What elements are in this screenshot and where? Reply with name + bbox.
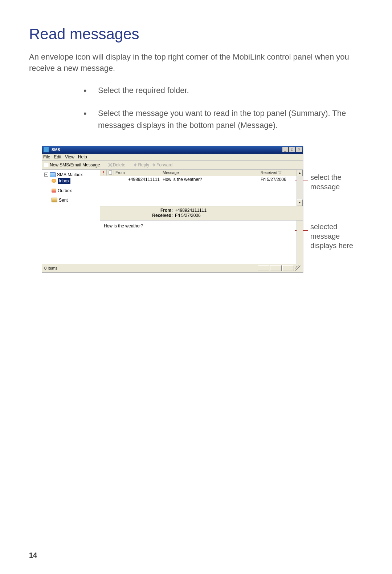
instruction-list: Select the required folder. Select the m… xyxy=(83,84,356,131)
sent-icon xyxy=(52,198,57,202)
status-cell xyxy=(270,265,282,271)
tree-root-node[interactable]: − SMS Mailbox xyxy=(44,172,98,178)
message-list-panel: From Message Received ▽ +498924111111 Ho xyxy=(100,170,303,206)
message-body-text: How is the weather? xyxy=(104,223,143,229)
window-titlebar[interactable]: SMS _ □ × xyxy=(42,146,303,154)
detail-received-label: Received: xyxy=(100,213,174,218)
envelope-icon xyxy=(44,163,49,167)
sort-desc-icon: ▽ xyxy=(278,170,281,175)
tree-inbox-node[interactable]: Inbox xyxy=(44,178,98,184)
callout-text-top: select the message xyxy=(310,173,354,191)
toolbar-new-label: New SMS/Email Message xyxy=(50,162,100,167)
attach-col-header[interactable] xyxy=(107,170,114,175)
window-maximize-button[interactable]: □ xyxy=(289,147,295,152)
tree-outbox-node[interactable]: Outbox xyxy=(44,188,98,194)
instruction-item: Select the message you want to read in t… xyxy=(83,107,356,131)
instruction-item: Select the required folder. xyxy=(83,84,356,96)
message-col-header[interactable]: Message xyxy=(161,170,259,175)
tree-root-label: SMS Mailbox xyxy=(57,172,83,177)
window-title: SMS xyxy=(50,147,282,152)
row-message: How is the weather? xyxy=(161,176,259,183)
message-row[interactable]: +498924111111 How is the weather? Fri 5/… xyxy=(100,176,303,183)
tree-inbox-label: Inbox xyxy=(58,178,70,184)
toolbar-separator xyxy=(104,162,104,168)
status-bar: 0 Items xyxy=(42,264,303,272)
row-from: +498924111111 xyxy=(114,176,161,183)
forward-icon xyxy=(151,162,156,167)
status-item-count: 0 Items xyxy=(44,266,57,270)
intro-paragraph: An envelope icon will display in the top… xyxy=(29,52,356,74)
tree-expander-icon[interactable]: − xyxy=(44,173,48,177)
message-detail-header: From: +498924111111 Received: Fri 5/27/2… xyxy=(100,206,303,221)
toolbar-delete: Delete xyxy=(108,162,126,167)
resize-grip-icon[interactable] xyxy=(295,266,301,271)
menu-edit[interactable]: Edit xyxy=(54,154,61,159)
row-received: Fri 5/27/2006 xyxy=(259,176,303,183)
reply-icon xyxy=(133,162,138,167)
tree-sent-node[interactable]: Sent xyxy=(44,197,98,203)
sms-window: SMS _ □ × File Edit View Help New SMS/Em… xyxy=(42,146,303,272)
toolbar-new-message[interactable]: New SMS/Email Message xyxy=(44,162,100,167)
toolbar-delete-label: Delete xyxy=(113,162,126,167)
menu-file[interactable]: File xyxy=(43,154,50,159)
detail-from-label: From: xyxy=(100,208,174,213)
toolbar-reply-label: Reply xyxy=(138,162,149,167)
app-icon xyxy=(43,147,49,153)
from-col-header[interactable]: From xyxy=(114,170,161,175)
status-cell xyxy=(258,265,269,271)
menu-bar: File Edit View Help xyxy=(42,154,303,161)
detail-from-value: +498924111111 xyxy=(174,208,207,213)
page-number: 14 xyxy=(29,551,37,559)
outbox-icon xyxy=(52,189,56,193)
status-cell xyxy=(282,265,294,271)
menu-help[interactable]: Help xyxy=(78,154,87,159)
svg-rect-2 xyxy=(103,171,104,173)
tree-sent-label: Sent xyxy=(59,198,68,203)
page-icon xyxy=(108,170,112,175)
toolbar-forward-label: Forward xyxy=(156,162,172,167)
scroll-down-button[interactable]: ▾ xyxy=(297,199,303,206)
toolbar-forward: Forward xyxy=(151,162,172,167)
window-minimize-button[interactable]: _ xyxy=(282,147,289,152)
received-col-label: Received xyxy=(261,170,277,175)
mailbox-icon xyxy=(50,172,56,177)
detail-received-value: Fri 5/27/2006 xyxy=(174,213,201,218)
inbox-icon xyxy=(52,179,56,183)
priority-icon xyxy=(102,170,105,175)
folder-tree: − SMS Mailbox Inbox Outbox Sent xyxy=(42,170,100,264)
callout-text-bottom: selected message displays here xyxy=(310,222,354,250)
list-scrollbar[interactable]: ▴ ▾ xyxy=(297,170,303,206)
received-col-header[interactable]: Received ▽ xyxy=(259,170,303,176)
toolbar-separator xyxy=(129,162,129,168)
section-title: Read messages xyxy=(29,25,356,43)
tree-outbox-label: Outbox xyxy=(58,188,72,193)
message-body-panel: How is the weather? xyxy=(100,221,303,264)
svg-rect-4 xyxy=(109,171,112,174)
delete-x-icon xyxy=(108,162,113,167)
window-close-button[interactable]: × xyxy=(296,147,302,152)
menu-view[interactable]: View xyxy=(65,154,74,159)
scroll-up-button[interactable]: ▴ xyxy=(297,170,303,176)
toolbar: New SMS/Email Message Delete Reply Forwa… xyxy=(42,161,303,170)
scroll-track[interactable] xyxy=(297,176,303,199)
screenshot-figure: select the message selected message disp… xyxy=(42,146,343,272)
toolbar-reply: Reply xyxy=(133,162,149,167)
message-list-header: From Message Received ▽ xyxy=(100,170,303,176)
body-scrollbar[interactable] xyxy=(297,221,303,264)
svg-rect-3 xyxy=(103,174,104,174)
priority-col-header[interactable] xyxy=(100,170,107,175)
